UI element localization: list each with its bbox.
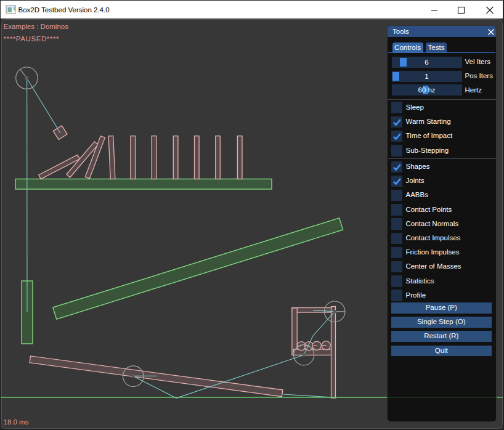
- svg-text:18.0 ms: 18.0 ms: [4, 418, 29, 426]
- svg-text:****PAUSED****: ****PAUSED****: [4, 35, 60, 43]
- svg-text:Examples : Dominos: Examples : Dominos: [4, 23, 69, 30]
